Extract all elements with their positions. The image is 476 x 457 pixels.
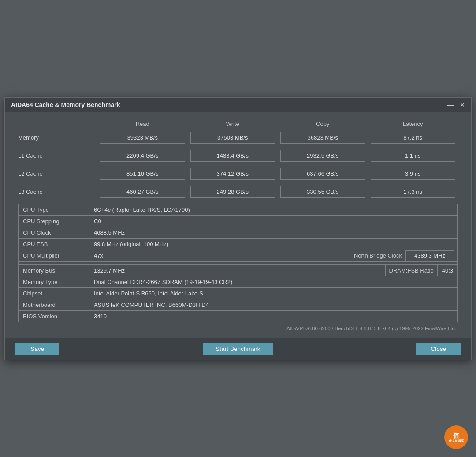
title-bar: AIDA64 Cache & Memory Benchmark — ✕ <box>5 98 471 112</box>
motherboard-value: ASUSTeK COMPUTER INC. B660M-D3H D4 <box>89 299 457 310</box>
cpu-multiplier-value-area: 47x North Bridge Clock 4389.3 MHz <box>89 250 457 261</box>
cpu-fsb-value: 99.8 MHz (original: 100 MHz) <box>89 239 457 250</box>
l2-read: 851.16 GB/s <box>100 168 185 180</box>
cpu-type-label: CPU Type <box>19 204 89 215</box>
memory-type-value: Dual Channel DDR4-2667 SDRAM (19-19-19-4… <box>89 276 457 287</box>
memory-read: 39323 MB/s <box>100 132 185 144</box>
l3-cache-row: L3 Cache 460.27 GB/s 249.28 GB/s 330.55 … <box>18 186 458 198</box>
memory-bus-value-area: 1329.7 MHz DRAM:FSB Ratio 40:3 <box>89 265 457 276</box>
memory-bus-value: 1329.7 MHz <box>89 265 151 276</box>
l2-write: 374.12 GB/s <box>190 168 275 180</box>
save-button[interactable]: Save <box>15 343 60 355</box>
cpu-type-row: CPU Type 6C+4c (Raptor Lake-HX/S, LGA170… <box>19 204 457 216</box>
north-bridge-clock-value: 4389.3 MHz <box>405 250 454 261</box>
cpu-stepping-label: CPU Stepping <box>19 216 89 227</box>
start-benchmark-button[interactable]: Start Benchmark <box>203 343 272 355</box>
cpu-type-value: 6C+4c (Raptor Lake-HX/S, LGA1700) <box>89 204 457 215</box>
l1-label: L1 Cache <box>18 152 97 159</box>
memory-bus-label: Memory Bus <box>19 265 89 276</box>
l2-label: L2 Cache <box>18 170 97 177</box>
motherboard-label: Motherboard <box>19 299 89 310</box>
window-controls: — ✕ <box>447 101 465 108</box>
bios-version-row: BIOS Version 3410 <box>19 311 457 322</box>
memory-copy: 36823 MB/s <box>280 132 365 144</box>
cpu-stepping-value: C0 <box>89 216 457 227</box>
l1-cache-row: L1 Cache 2209.4 GB/s 1483.4 GB/s 2932.5 … <box>18 150 458 162</box>
memory-type-label: Memory Type <box>19 276 89 287</box>
memory-bus-row: Memory Bus 1329.7 MHz DRAM:FSB Ratio 40:… <box>19 264 457 276</box>
header-write: Write <box>188 121 278 127</box>
l3-latency: 17.3 ns <box>371 186 456 198</box>
memory-type-row: Memory Type Dual Channel DDR4-2667 SDRAM… <box>19 276 457 288</box>
content-area: Read Write Copy Latency Memory 39323 MB/… <box>5 112 471 338</box>
watermark: 值 什么值得买 <box>444 425 468 449</box>
l1-latency: 1.1 ns <box>371 150 456 162</box>
button-bar: Save Start Benchmark Close <box>5 338 471 360</box>
close-button[interactable]: ✕ <box>460 101 465 108</box>
cpu-clock-row: CPU Clock 4688.5 MHz <box>19 227 457 239</box>
main-window: AIDA64 Cache & Memory Benchmark — ✕ Read… <box>4 97 472 360</box>
motherboard-row: Motherboard ASUSTeK COMPUTER INC. B660M-… <box>19 299 457 311</box>
memory-write: 37503 MB/s <box>190 132 275 144</box>
cpu-clock-value: 4688.5 MHz <box>89 227 457 238</box>
dram-fsb-ratio-label: DRAM:FSB Ratio <box>385 265 437 276</box>
l2-cache-row: L2 Cache 851.16 GB/s 374.12 GB/s 637.66 … <box>18 168 458 180</box>
memory-latency: 87.2 ns <box>371 132 456 144</box>
l1-read: 2209.4 GB/s <box>100 150 185 162</box>
l3-write: 249.28 GB/s <box>190 186 275 198</box>
l3-copy: 330.55 GB/s <box>280 186 365 198</box>
cpu-multiplier-label: CPU Multiplier <box>19 250 89 261</box>
bios-version-label: BIOS Version <box>19 311 89 322</box>
north-bridge-clock-label: North Bridge Clock <box>350 250 405 261</box>
l3-label: L3 Cache <box>18 188 97 195</box>
cpu-fsb-row: CPU FSB 99.8 MHz (original: 100 MHz) <box>19 239 457 250</box>
minimize-button[interactable]: — <box>447 101 454 108</box>
header-read: Read <box>97 121 188 127</box>
dram-fsb-ratio-value: 40:3 <box>437 265 457 276</box>
window-title: AIDA64 Cache & Memory Benchmark <box>11 101 120 108</box>
benchmark-header: Read Write Copy Latency <box>18 121 458 129</box>
l2-copy: 637.66 GB/s <box>280 168 365 180</box>
cpu-multiplier-value: 47x <box>89 250 160 261</box>
chipset-label: Chipset <box>19 288 89 299</box>
chipset-value: Intel Alder Point-S B660, Intel Alder La… <box>89 288 457 299</box>
cpu-fsb-label: CPU FSB <box>19 239 89 250</box>
header-copy: Copy <box>278 121 368 127</box>
l2-latency: 3.9 ns <box>371 168 456 180</box>
cpu-stepping-row: CPU Stepping C0 <box>19 216 457 227</box>
cpu-clock-label: CPU Clock <box>19 227 89 238</box>
header-latency: Latency <box>368 121 458 127</box>
footer-text: AIDA64 v6.80.6200 / BenchDLL 4.6.873.8-x… <box>18 322 458 334</box>
info-section: CPU Type 6C+4c (Raptor Lake-HX/S, LGA170… <box>18 204 458 322</box>
cpu-multiplier-row: CPU Multiplier 47x North Bridge Clock 43… <box>19 250 457 262</box>
l1-copy: 2932.5 GB/s <box>280 150 365 162</box>
close-button-btn[interactable]: Close <box>416 343 461 355</box>
bios-version-value: 3410 <box>89 311 457 322</box>
l3-read: 460.27 GB/s <box>100 186 185 198</box>
chipset-row: Chipset Intel Alder Point-S B660, Intel … <box>19 288 457 299</box>
memory-label: Memory <box>18 134 97 141</box>
memory-row: Memory 39323 MB/s 37503 MB/s 36823 MB/s … <box>18 132 458 144</box>
l1-write: 1483.4 GB/s <box>190 150 275 162</box>
